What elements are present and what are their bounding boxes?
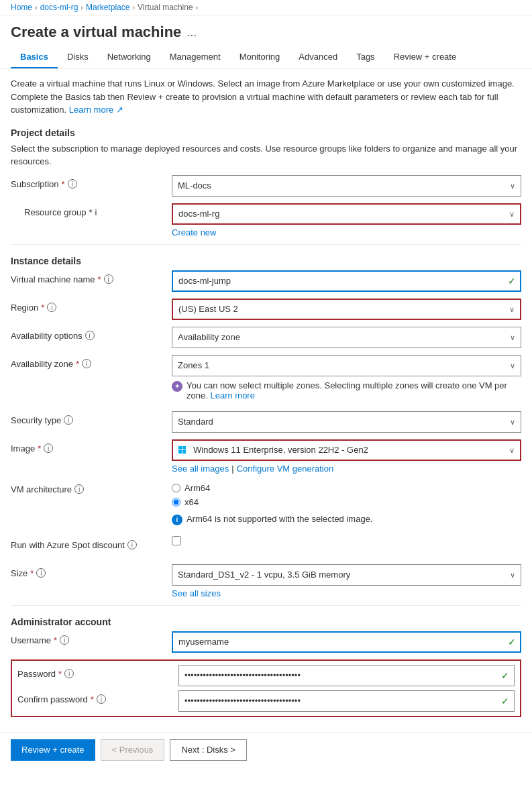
windows-icon [178,446,186,454]
page-options-button[interactable]: ... [187,25,197,40]
tabs-bar: Basics Disks Networking Management Monit… [0,46,532,69]
password-info-icon[interactable]: i [64,669,74,678]
username-info-icon[interactable]: i [60,635,69,645]
vm-arch-info-icon[interactable]: i [74,484,84,494]
breadcrumb: Home › docs-ml-rg › Marketplace › Virtua… [0,0,532,15]
vm-architecture-row: VM architecture i Arm64 x64 i Arm64 is n… [11,480,521,529]
breadcrumb-marketplace[interactable]: Marketplace [86,3,129,12]
image-label: Image * i [11,439,172,454]
tab-basics[interactable]: Basics [11,46,58,68]
tab-advanced[interactable]: Advanced [289,46,347,68]
resource-group-label: Resource group * i [11,203,172,217]
azure-spot-info-icon[interactable]: i [127,540,137,549]
azure-spot-row: Run with Azure Spot discount i [11,536,521,557]
arch-info-blue-icon: i [172,515,182,525]
tab-monitoring[interactable]: Monitoring [230,46,290,68]
password-input[interactable] [178,665,515,686]
vm-name-row: Virtual machine name * i ✓ [11,270,521,292]
availability-zone-select[interactable]: Zones 1 ∨ [172,355,521,376]
configure-vm-generation-link[interactable]: Configure VM generation [237,464,334,474]
vm-name-check-icon: ✓ [508,276,516,286]
page-title: Create a virtual machine [11,23,181,41]
see-all-sizes-link[interactable]: See all sizes [172,588,521,598]
password-section-box: Password * i ✓ Confirm password * i [11,659,521,717]
password-input-wrapper: ✓ [178,665,515,686]
tab-tags[interactable]: Tags [347,46,384,68]
vm-architecture-label: VM architecture i [11,480,172,494]
az-info-icon[interactable]: i [82,359,91,368]
vm-name-control: ✓ [172,270,521,292]
radio-x64-input[interactable] [172,498,180,507]
security-type-control: Standard ∨ [172,411,521,433]
rg-info-icon[interactable]: i [95,207,97,217]
az-chevron-icon: ∨ [510,361,515,370]
image-row: Image * i Windows 11 Enterprise, version… [11,439,521,474]
radio-arm64-label: Arm64 [184,483,210,493]
size-required: * [30,568,34,578]
arch-info-box: i Arm64 is not supported with the select… [172,510,521,529]
radio-arm64-input[interactable] [172,484,180,492]
vm-name-info-icon[interactable]: i [104,274,113,284]
subscription-row: Subscription * i ML-docs ∨ [11,175,521,197]
image-info-icon[interactable]: i [44,443,53,453]
breadcrumb-home[interactable]: Home [11,3,32,12]
azure-spot-checkbox[interactable] [172,536,181,545]
region-chevron-icon: ∨ [509,305,515,313]
main-content: Create a virtual machine that runs Linux… [0,69,532,732]
size-control: Standard_DS1_v2 - 1 vcpu, 3.5 GiB memory… [172,564,521,598]
page-description: Create a virtual machine that runs Linux… [11,77,521,117]
availability-options-select[interactable]: Availability zone ∨ [172,327,521,348]
tab-networking[interactable]: Networking [98,46,160,68]
availability-options-info-icon[interactable]: i [85,331,95,340]
tab-review-create[interactable]: Review + create [384,46,466,68]
size-select[interactable]: Standard_DS1_v2 - 1 vcpu, 3.5 GiB memory… [172,564,521,586]
azure-spot-label: Run with Azure Spot discount i [11,536,172,550]
previous-button[interactable]: < Previous [101,739,165,761]
password-row: Password * i ✓ [17,665,515,686]
next-button[interactable]: Next : Disks > [170,739,247,761]
size-info-icon[interactable]: i [36,568,46,578]
security-type-info-icon[interactable]: i [64,415,73,425]
security-type-select[interactable]: Standard ∨ [172,411,521,433]
confirm-password-info-icon[interactable]: i [97,694,106,704]
username-check-icon: ✓ [508,637,516,647]
confirm-password-label: Confirm password * i [17,690,178,704]
availability-options-row: Availability options i Availability zone… [11,327,521,348]
vm-arch-radio-group: Arm64 x64 [172,480,521,507]
vm-name-input[interactable] [172,270,521,292]
image-chevron-icon: ∨ [509,445,515,454]
region-select[interactable]: (US) East US 2 ∨ [172,299,521,320]
az-learn-more-link[interactable]: Learn more [210,390,254,401]
image-select[interactable]: Windows 11 Enterprise, version 22H2 - Ge… [172,439,521,461]
see-all-images-link[interactable]: See all images [172,464,229,474]
tab-disks[interactable]: Disks [58,46,98,68]
username-label: Username * i [11,631,172,645]
footer-bar: Review + create < Previous Next : Disks … [0,732,532,767]
vm-name-input-wrapper: ✓ [172,270,521,292]
az-info-text: You can now select multiple zones. Selec… [187,380,521,401]
subscription-select[interactable]: ML-docs ∨ [172,175,521,197]
breadcrumb-rg[interactable]: docs-ml-rg [40,3,78,12]
confirm-password-input[interactable] [178,690,515,712]
learn-more-link[interactable]: Learn more ↗ [69,105,123,115]
region-row: Region * i (US) East US 2 ∨ [11,299,521,320]
username-input-wrapper: ✓ [172,631,521,653]
password-required: * [58,669,62,679]
confirm-password-control: ✓ [178,690,515,712]
rg-chevron-icon: ∨ [509,209,515,218]
tab-management[interactable]: Management [160,46,230,68]
az-purple-icon: ✦ [172,381,182,392]
azure-spot-checkbox-wrapper [172,536,521,545]
region-info-icon[interactable]: i [47,303,56,312]
password-label: Password * i [17,665,178,679]
confirm-password-required: * [91,694,94,704]
vm-name-required: * [98,274,101,284]
username-input[interactable] [172,631,521,653]
review-create-button[interactable]: Review + create [11,739,95,761]
subscription-chevron-icon: ∨ [510,181,515,190]
subscription-info-icon[interactable]: i [68,179,77,189]
resource-group-select[interactable]: docs-ml-rg ∨ [172,203,521,225]
create-new-rg-link[interactable]: Create new [172,227,521,237]
subscription-label: Subscription * i [11,175,172,189]
availability-options-chevron-icon: ∨ [510,333,515,341]
